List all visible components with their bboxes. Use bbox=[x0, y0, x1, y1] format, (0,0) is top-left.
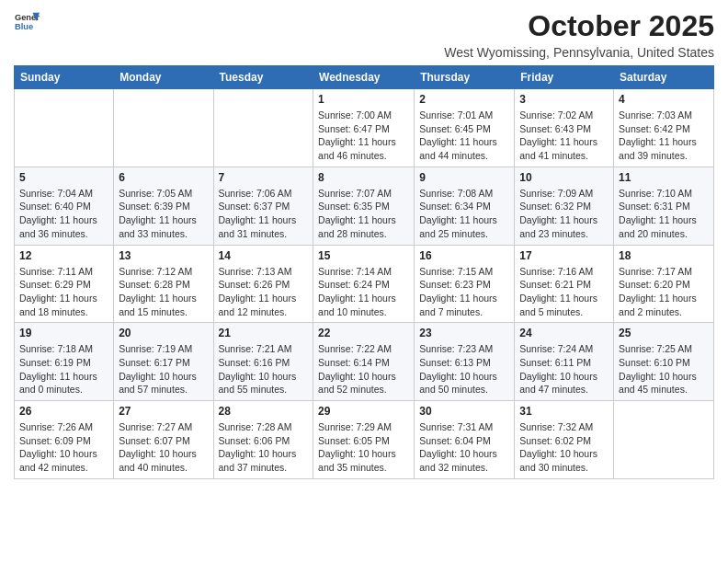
logo-icon: General Blue bbox=[14, 9, 40, 35]
day-number: 26 bbox=[19, 405, 108, 418]
day-info: Sunrise: 7:10 AM Sunset: 6:31 PM Dayligh… bbox=[619, 187, 709, 241]
day-number: 22 bbox=[318, 327, 409, 339]
day-info: Sunrise: 7:32 AM Sunset: 6:02 PM Dayligh… bbox=[519, 420, 609, 475]
day-info: Sunrise: 7:06 AM Sunset: 6:37 PM Dayligh… bbox=[219, 187, 309, 241]
day-info: Sunrise: 7:08 AM Sunset: 6:34 PM Dayligh… bbox=[419, 187, 509, 241]
day-info: Sunrise: 7:25 AM Sunset: 6:10 PM Dayligh… bbox=[619, 342, 709, 396]
calendar-cell: 17Sunrise: 7:16 AM Sunset: 6:21 PM Dayli… bbox=[515, 245, 614, 323]
day-info: Sunrise: 7:00 AM Sunset: 6:47 PM Dayligh… bbox=[318, 109, 409, 163]
calendar-cell: 6Sunrise: 7:05 AM Sunset: 6:39 PM Daylig… bbox=[114, 167, 213, 245]
day-number: 19 bbox=[19, 327, 108, 339]
calendar-cell: 13Sunrise: 7:12 AM Sunset: 6:28 PM Dayli… bbox=[114, 245, 213, 323]
day-number: 4 bbox=[619, 93, 709, 106]
day-number: 6 bbox=[119, 171, 208, 184]
day-info: Sunrise: 7:21 AM Sunset: 6:16 PM Dayligh… bbox=[219, 342, 309, 396]
calendar-cell: 9Sunrise: 7:08 AM Sunset: 6:34 PM Daylig… bbox=[415, 167, 515, 245]
day-info: Sunrise: 7:05 AM Sunset: 6:39 PM Dayligh… bbox=[119, 187, 208, 241]
calendar-cell: 14Sunrise: 7:13 AM Sunset: 6:26 PM Dayli… bbox=[213, 245, 313, 323]
calendar-cell: 5Sunrise: 7:04 AM Sunset: 6:40 PM Daylig… bbox=[15, 167, 114, 245]
day-info: Sunrise: 7:27 AM Sunset: 6:07 PM Dayligh… bbox=[119, 420, 208, 475]
page-header: General Blue October 2025 West Wyomissin… bbox=[14, 9, 714, 60]
day-info: Sunrise: 7:12 AM Sunset: 6:28 PM Dayligh… bbox=[119, 265, 208, 319]
day-info: Sunrise: 7:07 AM Sunset: 6:35 PM Dayligh… bbox=[318, 187, 409, 241]
calendar-cell: 22Sunrise: 7:22 AM Sunset: 6:14 PM Dayli… bbox=[313, 323, 415, 401]
column-header-tuesday: Tuesday bbox=[213, 66, 313, 89]
day-number: 31 bbox=[519, 405, 609, 418]
week-row-3: 12Sunrise: 7:11 AM Sunset: 6:29 PM Dayli… bbox=[15, 245, 714, 323]
day-number: 30 bbox=[419, 405, 509, 418]
calendar-cell: 18Sunrise: 7:17 AM Sunset: 6:20 PM Dayli… bbox=[614, 245, 714, 323]
day-info: Sunrise: 7:01 AM Sunset: 6:45 PM Dayligh… bbox=[419, 109, 509, 163]
day-info: Sunrise: 7:24 AM Sunset: 6:11 PM Dayligh… bbox=[519, 342, 609, 396]
calendar-cell: 8Sunrise: 7:07 AM Sunset: 6:35 PM Daylig… bbox=[313, 167, 415, 245]
day-number: 15 bbox=[318, 249, 409, 262]
day-info: Sunrise: 7:16 AM Sunset: 6:21 PM Dayligh… bbox=[519, 265, 609, 319]
day-info: Sunrise: 7:28 AM Sunset: 6:06 PM Dayligh… bbox=[219, 420, 309, 475]
day-info: Sunrise: 7:29 AM Sunset: 6:05 PM Dayligh… bbox=[318, 420, 409, 475]
day-number: 8 bbox=[318, 171, 409, 184]
day-number: 7 bbox=[219, 171, 309, 184]
calendar-cell: 7Sunrise: 7:06 AM Sunset: 6:37 PM Daylig… bbox=[213, 167, 313, 245]
calendar-table: SundayMondayTuesdayWednesdayThursdayFrid… bbox=[14, 65, 714, 479]
calendar-cell: 24Sunrise: 7:24 AM Sunset: 6:11 PM Dayli… bbox=[515, 323, 614, 401]
day-number: 10 bbox=[519, 171, 609, 184]
day-info: Sunrise: 7:13 AM Sunset: 6:26 PM Dayligh… bbox=[219, 265, 309, 319]
calendar-cell bbox=[614, 401, 714, 479]
calendar-cell: 30Sunrise: 7:31 AM Sunset: 6:04 PM Dayli… bbox=[415, 401, 515, 479]
calendar-cell: 3Sunrise: 7:02 AM Sunset: 6:43 PM Daylig… bbox=[515, 89, 614, 167]
day-number: 27 bbox=[119, 405, 208, 418]
day-number: 25 bbox=[619, 327, 709, 339]
calendar-title: October 2025 bbox=[444, 9, 714, 43]
day-info: Sunrise: 7:09 AM Sunset: 6:32 PM Dayligh… bbox=[519, 187, 609, 241]
logo: General Blue bbox=[14, 9, 40, 35]
column-header-friday: Friday bbox=[515, 66, 614, 89]
calendar-cell: 31Sunrise: 7:32 AM Sunset: 6:02 PM Dayli… bbox=[515, 401, 614, 479]
day-number: 14 bbox=[219, 249, 309, 262]
calendar-cell: 12Sunrise: 7:11 AM Sunset: 6:29 PM Dayli… bbox=[15, 245, 114, 323]
calendar-cell: 10Sunrise: 7:09 AM Sunset: 6:32 PM Dayli… bbox=[515, 167, 614, 245]
calendar-cell bbox=[15, 89, 114, 167]
day-number: 3 bbox=[519, 93, 609, 106]
calendar-cell: 20Sunrise: 7:19 AM Sunset: 6:17 PM Dayli… bbox=[114, 323, 213, 401]
calendar-cell: 16Sunrise: 7:15 AM Sunset: 6:23 PM Dayli… bbox=[415, 245, 515, 323]
column-header-wednesday: Wednesday bbox=[313, 66, 415, 89]
day-info: Sunrise: 7:22 AM Sunset: 6:14 PM Dayligh… bbox=[318, 342, 409, 396]
column-header-thursday: Thursday bbox=[415, 66, 515, 89]
calendar-cell: 15Sunrise: 7:14 AM Sunset: 6:24 PM Dayli… bbox=[313, 245, 415, 323]
day-number: 2 bbox=[419, 93, 509, 106]
day-info: Sunrise: 7:04 AM Sunset: 6:40 PM Dayligh… bbox=[19, 187, 108, 241]
column-header-saturday: Saturday bbox=[614, 66, 714, 89]
day-info: Sunrise: 7:15 AM Sunset: 6:23 PM Dayligh… bbox=[419, 265, 509, 319]
calendar-subtitle: West Wyomissing, Pennsylvania, United St… bbox=[444, 45, 714, 60]
day-number: 21 bbox=[219, 327, 309, 339]
day-number: 28 bbox=[219, 405, 309, 418]
calendar-cell: 21Sunrise: 7:21 AM Sunset: 6:16 PM Dayli… bbox=[213, 323, 313, 401]
calendar-cell: 28Sunrise: 7:28 AM Sunset: 6:06 PM Dayli… bbox=[213, 401, 313, 479]
week-row-1: 1Sunrise: 7:00 AM Sunset: 6:47 PM Daylig… bbox=[15, 89, 714, 167]
day-info: Sunrise: 7:18 AM Sunset: 6:19 PM Dayligh… bbox=[19, 342, 108, 396]
calendar-cell: 19Sunrise: 7:18 AM Sunset: 6:19 PM Dayli… bbox=[15, 323, 114, 401]
calendar-cell bbox=[114, 89, 213, 167]
calendar-cell: 29Sunrise: 7:29 AM Sunset: 6:05 PM Dayli… bbox=[313, 401, 415, 479]
calendar-cell bbox=[213, 89, 313, 167]
column-header-sunday: Sunday bbox=[15, 66, 114, 89]
day-number: 23 bbox=[419, 327, 509, 339]
day-info: Sunrise: 7:14 AM Sunset: 6:24 PM Dayligh… bbox=[318, 265, 409, 319]
calendar-cell: 4Sunrise: 7:03 AM Sunset: 6:42 PM Daylig… bbox=[614, 89, 714, 167]
week-row-5: 26Sunrise: 7:26 AM Sunset: 6:09 PM Dayli… bbox=[15, 401, 714, 479]
day-info: Sunrise: 7:03 AM Sunset: 6:42 PM Dayligh… bbox=[619, 109, 709, 163]
svg-text:Blue: Blue bbox=[15, 22, 33, 31]
day-number: 29 bbox=[318, 405, 409, 418]
day-number: 1 bbox=[318, 93, 409, 106]
day-number: 16 bbox=[419, 249, 509, 262]
day-number: 9 bbox=[419, 171, 509, 184]
day-info: Sunrise: 7:19 AM Sunset: 6:17 PM Dayligh… bbox=[119, 342, 208, 396]
calendar-cell: 2Sunrise: 7:01 AM Sunset: 6:45 PM Daylig… bbox=[415, 89, 515, 167]
calendar-cell: 25Sunrise: 7:25 AM Sunset: 6:10 PM Dayli… bbox=[614, 323, 714, 401]
day-number: 24 bbox=[519, 327, 609, 339]
day-number: 5 bbox=[19, 171, 108, 184]
day-info: Sunrise: 7:11 AM Sunset: 6:29 PM Dayligh… bbox=[19, 265, 108, 319]
week-row-4: 19Sunrise: 7:18 AM Sunset: 6:19 PM Dayli… bbox=[15, 323, 714, 401]
day-number: 20 bbox=[119, 327, 208, 339]
calendar-cell: 26Sunrise: 7:26 AM Sunset: 6:09 PM Dayli… bbox=[15, 401, 114, 479]
